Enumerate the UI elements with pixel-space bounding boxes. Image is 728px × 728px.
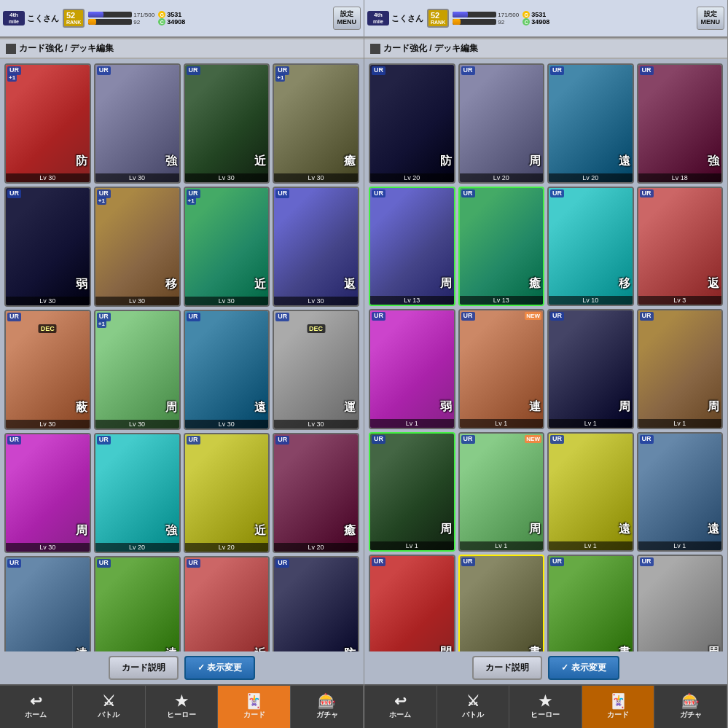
card-item[interactable]: UR+1移Lv 30	[94, 187, 181, 307]
nav-item-カード[interactable]: 🃏 カード	[582, 686, 655, 728]
card-new-badge: NEW	[525, 312, 541, 320]
card-item[interactable]: UR強Lv 18	[637, 63, 724, 184]
card-item[interactable]: UR遠Lv 20	[4, 556, 91, 651]
nav-item-ヒーロー[interactable]: ★ ヒーロー	[146, 686, 219, 728]
crystal-value: 34908	[167, 18, 185, 26]
card-type: 近	[254, 646, 266, 651]
card-type: 閉	[440, 645, 452, 651]
card-item[interactable]: UR書Lv 1	[547, 555, 634, 651]
section-icon	[370, 44, 380, 54]
card-background: UR返Lv 3	[638, 188, 722, 305]
card-item[interactable]: UR書Lv 1	[458, 555, 545, 651]
card-level: Lv 20	[370, 173, 454, 182]
card-area: UR防Lv 20UR周Lv 20UR遠Lv 20UR強Lv 18UR周Lv 13…	[364, 59, 727, 651]
card-item[interactable]: UR遠Lv 20	[94, 556, 181, 651]
nav-label: ガチャ	[316, 710, 338, 720]
card-item[interactable]: UR遠Lv 20	[547, 63, 634, 184]
card-rarity: UR	[187, 436, 200, 445]
card-type: 防	[76, 154, 87, 169]
card-item[interactable]: UR+1近Lv 30	[184, 187, 270, 307]
card-item[interactable]: UR強Lv 20	[94, 433, 181, 553]
card-item[interactable]: UR防Lv 20	[273, 556, 359, 651]
card-background: UR遠Lv 1	[549, 434, 633, 551]
card-item[interactable]: UR癒Lv 20	[273, 433, 359, 553]
card-level: Lv 1	[370, 419, 454, 428]
card-new-badge: NEW	[525, 435, 541, 443]
card-plus: +1	[187, 197, 196, 205]
card-item[interactable]: UR閉Lv 1	[369, 555, 455, 651]
card-level: Lv 30	[95, 173, 179, 182]
card-background: UR移Lv 10	[549, 188, 633, 305]
nav-item-ヒーロー[interactable]: ★ ヒーロー	[509, 686, 582, 728]
card-item[interactable]: UR+1防Lv 30	[4, 63, 91, 184]
card-item[interactable]: URDEC運Lv 30	[273, 310, 359, 430]
card-type: 周	[440, 276, 452, 291]
settings-button[interactable]: 設定MENU	[333, 7, 361, 30]
card-description-button[interactable]: カード説明	[109, 656, 179, 680]
nav-icon: ★	[539, 694, 552, 708]
card-item[interactable]: UR周Lv 1	[637, 309, 724, 429]
settings-button[interactable]: 設定MENU	[697, 7, 725, 30]
card-type: 蔽	[76, 400, 87, 415]
card-item[interactable]: UR遠Lv 1	[637, 432, 724, 552]
nav-icon: ⚔	[466, 694, 480, 708]
hp-section: 171/500 92	[88, 12, 154, 26]
card-background: UR周Lv 1	[549, 310, 633, 428]
card-description-button[interactable]: カード説明	[472, 656, 542, 680]
card-item[interactable]: UR防Lv 20	[369, 63, 455, 184]
card-item[interactable]: UR移Lv 10	[547, 187, 634, 307]
card-item[interactable]: UR+1周Lv 30	[94, 310, 181, 430]
card-background: UR近Lv 20	[185, 557, 269, 651]
card-background: URNEW連Lv 1	[460, 310, 544, 428]
card-item[interactable]: URNEW周Lv 1	[458, 432, 545, 552]
card-item[interactable]: UR周Lv 1	[547, 309, 634, 429]
card-type: 強	[165, 154, 177, 169]
card-item[interactable]: UR近Lv 20	[184, 556, 270, 651]
card-item[interactable]: UR癒Lv 13	[458, 187, 545, 307]
nav-label: カード	[243, 710, 265, 720]
card-level: Lv 30	[185, 420, 269, 428]
card-item[interactable]: UR+1癒Lv 30	[273, 63, 359, 184]
card-item[interactable]: UR弱Lv 30	[4, 187, 91, 307]
card-type: 周	[76, 523, 87, 539]
card-item[interactable]: UR返Lv 3	[637, 187, 724, 307]
card-item[interactable]: UR周Lv 1	[369, 432, 455, 552]
card-background: UR周Lv 13	[370, 188, 454, 305]
card-background: URDEC運Lv 30	[274, 311, 358, 428]
card-item[interactable]: UR遠Lv 1	[547, 432, 634, 552]
card-background: UR周Lv 1	[638, 310, 722, 428]
nav-item-カード[interactable]: 🃏 カード	[218, 686, 291, 728]
nav-item-ホーム[interactable]: ↩ ホーム	[0, 686, 73, 728]
card-type: 近	[254, 154, 266, 169]
card-item[interactable]: UR近Lv 30	[184, 63, 270, 184]
nav-item-バトル[interactable]: ⚔ バトル	[437, 686, 510, 728]
nav-item-ホーム[interactable]: ↩ ホーム	[364, 686, 437, 728]
card-item[interactable]: UR弱Lv 1	[369, 309, 455, 429]
card-item[interactable]: UR周Lv 1	[637, 555, 724, 651]
card-grid: UR+1防Lv 30UR強Lv 30UR近Lv 30UR+1癒Lv 30UR弱L…	[4, 63, 359, 651]
panel-right: 4th mile こくさん 52 RANK 171/500 92	[364, 0, 727, 728]
card-item[interactable]: UR強Lv 30	[94, 63, 181, 184]
card-background: URDEC蔽Lv 30	[6, 311, 90, 428]
card-item[interactable]: UR遠Lv 30	[184, 310, 270, 430]
card-item[interactable]: UR近Lv 20	[184, 433, 270, 553]
card-level: Lv 1	[460, 419, 544, 428]
nav-icon: ★	[175, 694, 188, 708]
card-background: UR強Lv 18	[638, 65, 722, 182]
nav-item-ガチャ[interactable]: 🎰 ガチャ	[291, 686, 364, 728]
nav-item-ガチャ[interactable]: 🎰 ガチャ	[654, 686, 727, 728]
card-type: 癒	[529, 276, 541, 291]
card-item[interactable]: URNEW連Lv 1	[458, 309, 545, 429]
crystal-icon: C	[158, 18, 165, 26]
card-item[interactable]: UR周Lv 30	[4, 433, 91, 553]
nav-item-バトル[interactable]: ⚔ バトル	[73, 686, 146, 728]
card-background: UR周Lv 20	[460, 65, 544, 182]
card-level: Lv 30	[274, 173, 358, 182]
display-change-button[interactable]: ✓ 表示変更	[548, 656, 619, 680]
card-item[interactable]: UR周Lv 13	[369, 187, 455, 307]
card-item[interactable]: UR返Lv 30	[273, 187, 359, 307]
card-item[interactable]: UR周Lv 20	[458, 63, 545, 184]
card-item[interactable]: URDEC蔽Lv 30	[4, 310, 91, 430]
display-change-button[interactable]: ✓ 表示変更	[184, 656, 255, 680]
card-level: Lv 30	[274, 420, 358, 428]
